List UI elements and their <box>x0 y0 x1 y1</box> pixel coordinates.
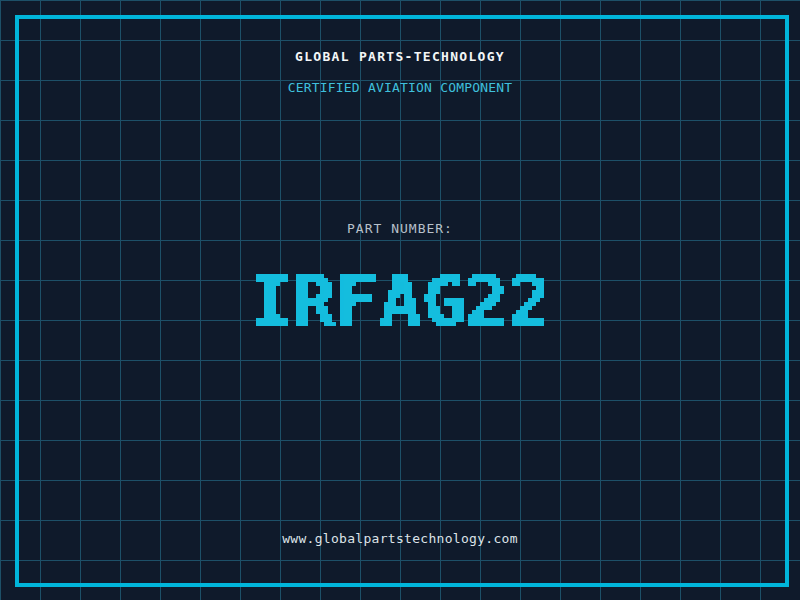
part-number-label: PART NUMBER: <box>0 221 800 236</box>
certification-subtitle: CERTIFIED AVIATION COMPONENT <box>0 80 800 95</box>
website-url: www.globalpartstechnology.com <box>0 531 800 546</box>
company-title: GLOBAL PARTS-TECHNOLOGY <box>0 49 800 64</box>
part-number-canvas <box>240 262 560 342</box>
label-background: GLOBAL PARTS-TECHNOLOGY CERTIFIED AVIATI… <box>0 0 800 600</box>
